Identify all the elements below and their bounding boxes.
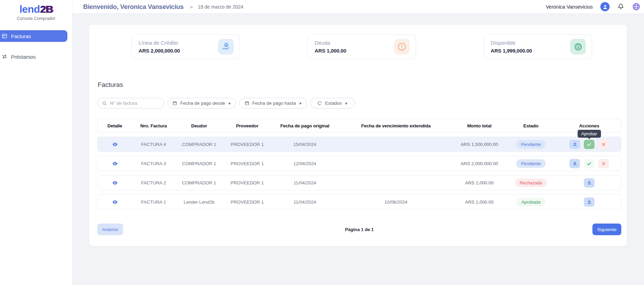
sidebar-item-label: Facturas bbox=[11, 33, 31, 39]
filter-fecha-pago-desde[interactable]: Fecha de pago desde ▼ bbox=[167, 98, 236, 109]
coin-icon: $ bbox=[570, 39, 586, 55]
main-panel: Línea de Crédito ARS 2,000,000.00 $ Deud… bbox=[89, 25, 627, 246]
table-row[interactable]: FACTURA 1 Lender Lend2b PROVEEDOR 1 11/0… bbox=[97, 194, 621, 209]
cell-nro-factura: FACTURA 4 bbox=[132, 142, 175, 147]
filter-label: Estados bbox=[325, 101, 342, 106]
x-icon bbox=[601, 161, 606, 166]
sidebar: lend2B Consola Comprador Facturas Présta… bbox=[0, 0, 73, 285]
approve-button[interactable]: Aprobar bbox=[584, 140, 594, 149]
calendar-icon bbox=[244, 101, 250, 106]
console-subtitle: Consola Comprador bbox=[0, 16, 72, 21]
column-header-estado: Estado bbox=[505, 123, 557, 128]
eye-icon bbox=[112, 180, 118, 186]
person-icon bbox=[602, 4, 608, 10]
cell-proveedor: PROVEEDOR 1 bbox=[223, 142, 271, 147]
column-header-monto-total: Monto total bbox=[454, 123, 505, 128]
filter-label: Fecha de pago hasta bbox=[252, 101, 296, 106]
actions-cell bbox=[557, 178, 622, 187]
table-row[interactable]: FACTURA 4 COMPRADOR 1 PROVEEDOR 1 15/04/… bbox=[97, 137, 621, 152]
pagination: Página 1 de 1 Anterior Siguiente bbox=[97, 224, 621, 235]
user-avatar[interactable] bbox=[600, 2, 610, 11]
next-page-button[interactable]: Siguiente bbox=[592, 224, 621, 235]
page-indicator: Página 1 de 1 bbox=[97, 227, 621, 232]
view-detail-button[interactable] bbox=[112, 161, 118, 167]
chevron-down-icon: ▼ bbox=[298, 102, 302, 105]
status-circle-icon bbox=[317, 101, 322, 106]
cell-fecha-pago-original: 15/04/2024 bbox=[271, 142, 338, 147]
cell-fecha-pago-original: 11/04/2024 bbox=[271, 200, 338, 205]
page-title: Bienvenido, Veronica Vansevicius bbox=[83, 3, 184, 11]
cell-deudor: Lender Lend2b bbox=[175, 200, 223, 205]
column-header-detalle: Detalle bbox=[98, 123, 132, 128]
current-date: 19 de marzo de 2024 bbox=[198, 4, 243, 10]
previous-page-button[interactable]: Anterior bbox=[97, 224, 123, 235]
column-header-proveedor: Proveedor bbox=[223, 123, 271, 128]
sidebar-item-label: Préstamos bbox=[11, 54, 36, 60]
stat-label: Deuda bbox=[315, 40, 346, 46]
tooltip-aprobar: Aprobar bbox=[577, 130, 601, 138]
download-button[interactable] bbox=[584, 197, 594, 207]
language-globe-icon[interactable] bbox=[632, 2, 641, 11]
actions-cell: Aprobar bbox=[557, 140, 622, 149]
cell-nro-factura: FACTURA 2 bbox=[132, 180, 175, 185]
download-icon bbox=[572, 141, 578, 147]
user-name: Veronica Vansevicius bbox=[546, 4, 593, 10]
cell-monto-total: ARS 1,000.00 bbox=[454, 200, 505, 205]
download-button[interactable] bbox=[569, 140, 580, 149]
reject-button[interactable] bbox=[598, 140, 609, 149]
table-row[interactable]: FACTURA 3 COMPRADOR 1 PROVEEDOR 1 12/04/… bbox=[97, 156, 621, 171]
status-badge: Pendiente bbox=[516, 140, 546, 149]
download-icon bbox=[587, 199, 592, 205]
stat-card-disponible: Disponible ARS 1,999,000.00 $ bbox=[483, 34, 592, 59]
column-header-fecha-pago-original: Fecha de pago original bbox=[271, 123, 338, 128]
transfer-arrows-icon bbox=[1, 54, 8, 60]
eye-icon bbox=[112, 141, 118, 147]
logo-part-lend: lend bbox=[19, 3, 40, 15]
cell-monto-total: ARS 1,500,000.00 bbox=[454, 142, 505, 147]
status-badge: Rechazada bbox=[515, 179, 547, 187]
filter-bar: Fecha de pago desde ▼ Fecha de pago hast… bbox=[97, 98, 355, 109]
status-badge: Pendiente bbox=[516, 159, 546, 168]
invoice-search[interactable] bbox=[97, 98, 164, 109]
column-header-fecha-vencimiento-extendida: Fecha de vencimiento extendida bbox=[338, 123, 454, 128]
table-body: FACTURA 4 COMPRADOR 1 PROVEEDOR 1 15/04/… bbox=[97, 137, 621, 214]
filter-estados[interactable]: Estados ▼ bbox=[310, 98, 355, 109]
section-title: Facturas bbox=[98, 81, 123, 89]
search-input[interactable] bbox=[110, 101, 161, 106]
cell-deudor: COMPRADOR 1 bbox=[175, 180, 223, 185]
download-button[interactable] bbox=[584, 178, 594, 187]
stat-card-deuda: Deuda ARS 1,000.00 bbox=[307, 34, 416, 59]
eye-icon bbox=[112, 161, 118, 167]
top-header: Bienvenido, Veronica Vansevicius » 19 de… bbox=[73, 0, 644, 14]
breadcrumb-separator: » bbox=[190, 3, 193, 10]
stat-value: ARS 1,000.00 bbox=[315, 48, 346, 54]
app-logo: lend2B bbox=[0, 3, 72, 15]
chevron-down-icon: ▼ bbox=[345, 102, 348, 105]
approve-button[interactable] bbox=[584, 159, 594, 168]
status-badge: Aprobada bbox=[516, 198, 545, 206]
filter-fecha-pago-hasta[interactable]: Fecha de pago hasta ▼ bbox=[239, 98, 307, 109]
table-header: Detalle Nro. Factura Deudor Proveedor Fe… bbox=[97, 119, 621, 133]
download-button[interactable] bbox=[569, 159, 580, 168]
view-detail-button[interactable] bbox=[112, 180, 118, 186]
table-row[interactable]: FACTURA 2 COMPRADOR 1 PROVEEDOR 1 11/04/… bbox=[97, 175, 621, 190]
check-icon bbox=[587, 161, 592, 166]
sidebar-item-prestamos[interactable]: Préstamos bbox=[0, 51, 72, 62]
logo-part-2b: 2B bbox=[40, 3, 53, 15]
calendar-icon bbox=[172, 101, 177, 106]
stat-label: Disponible bbox=[491, 40, 532, 46]
svg-text:$: $ bbox=[226, 44, 227, 47]
reject-button[interactable] bbox=[598, 159, 609, 168]
cell-fecha-pago-original: 12/04/2024 bbox=[271, 161, 338, 166]
notifications-bell-icon[interactable] bbox=[617, 3, 624, 10]
svg-text:$: $ bbox=[577, 45, 579, 48]
view-detail-button[interactable] bbox=[112, 141, 118, 147]
column-header-nro-factura: Nro. Factura bbox=[132, 123, 175, 128]
cell-monto-total: ARS 1,000.00 bbox=[454, 180, 505, 185]
view-detail-button[interactable] bbox=[112, 199, 118, 205]
cell-proveedor: PROVEEDOR 1 bbox=[223, 180, 271, 185]
download-icon bbox=[587, 180, 592, 185]
cell-deudor: COMPRADOR 1 bbox=[175, 161, 223, 166]
sidebar-item-facturas[interactable]: Facturas bbox=[0, 30, 67, 42]
x-icon bbox=[601, 142, 606, 147]
